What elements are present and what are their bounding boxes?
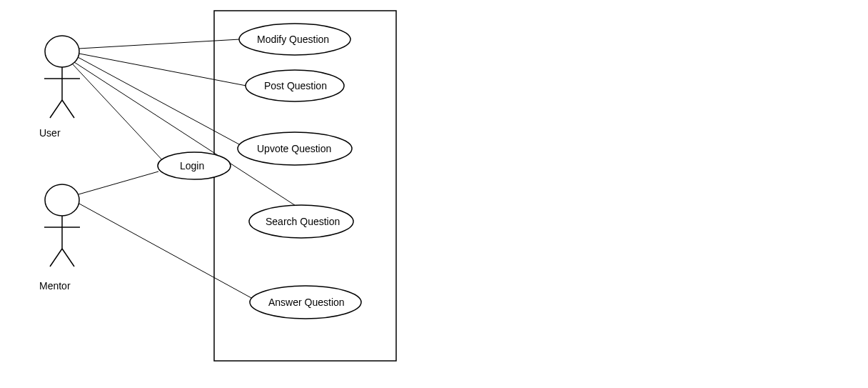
usecase-login-label: Login <box>180 160 204 171</box>
actor-mentor <box>44 184 80 267</box>
svg-line-3 <box>50 100 62 118</box>
assoc-user-upvote <box>78 57 239 144</box>
assoc-mentor-answer <box>79 204 253 299</box>
usecase-search-label: Search Question <box>266 216 340 227</box>
assoc-user-modify <box>79 39 240 49</box>
svg-line-8 <box>50 249 62 267</box>
assoc-user-login <box>72 64 165 163</box>
usecase-modify-label: Modify Question <box>257 34 329 45</box>
assoc-mentor-login <box>79 171 158 194</box>
actor-user-label: User <box>39 127 61 139</box>
usecase-diagram: User Mentor Login Modify Question Post Q… <box>0 0 868 388</box>
usecase-answer-label: Answer Question <box>268 297 345 308</box>
svg-point-5 <box>45 184 79 216</box>
diagram-svg <box>0 0 868 388</box>
assoc-user-post <box>79 54 246 86</box>
svg-line-4 <box>62 100 74 118</box>
usecase-upvote-label: Upvote Question <box>257 143 331 154</box>
usecase-post-label: Post Question <box>264 80 327 91</box>
actor-mentor-label: Mentor <box>39 280 71 292</box>
svg-line-9 <box>62 249 74 267</box>
actor-user <box>44 36 80 118</box>
